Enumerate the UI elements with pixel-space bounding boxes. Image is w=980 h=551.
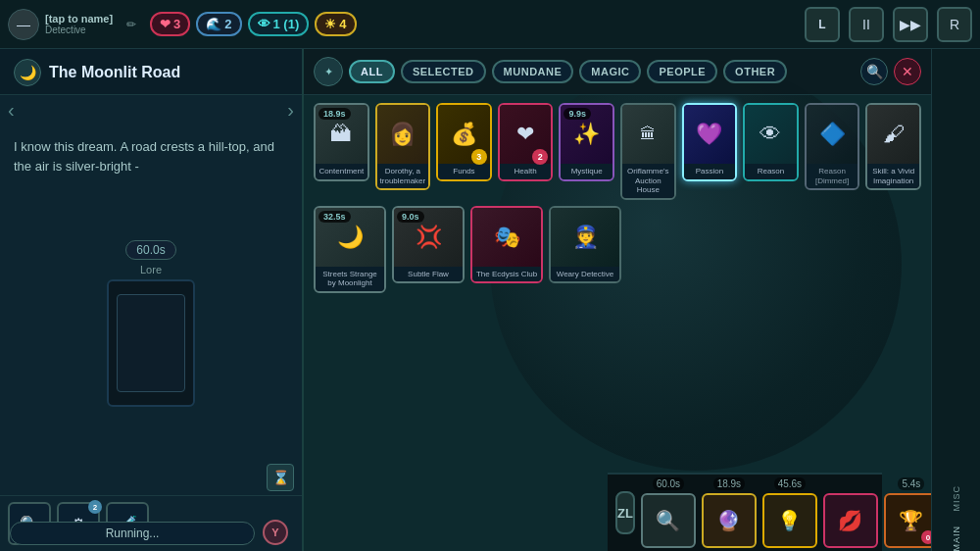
bottom-card-4-icon: 💋 <box>838 509 862 532</box>
stat-blue[interactable]: 🌊 2 <box>196 12 241 36</box>
reason-label: Reason <box>745 164 797 179</box>
lore-timer: 60.0s <box>125 240 175 260</box>
card-reason-dimmed[interactable]: 🔷 Reason [Dimmed] <box>805 103 860 190</box>
bottom-timer-2: 18.9s <box>713 477 745 490</box>
panel-next-arrow[interactable]: › <box>287 99 294 122</box>
lore-slot[interactable] <box>107 279 195 407</box>
bottom-timer-3: 45.6s <box>774 477 806 490</box>
funds-label: Funds <box>438 164 490 179</box>
blue-value: 2 <box>224 17 231 31</box>
main-label: MAIN <box>952 518 961 552</box>
card-contentment-art: 🏔 18.9s <box>316 105 368 164</box>
mystique-label: Mystique <box>561 164 612 179</box>
bottom-card-3[interactable]: 💡 <box>762 493 817 548</box>
misc-panel: MISC MAIN <box>931 49 980 551</box>
filter-magic[interactable]: MAGIC <box>579 60 641 83</box>
card-mystique[interactable]: ✨ 9.9s Mystique <box>559 103 614 181</box>
contentment-label: Contentment <box>316 164 368 179</box>
card-reason-dimmed-art: 🔷 <box>807 105 858 164</box>
streets-icon: 🌙 <box>337 225 364 250</box>
oriflamme-icon: 🏛 <box>640 125 656 143</box>
filter-selected[interactable]: SELECTED <box>401 60 486 83</box>
weary-icon: 👮 <box>572 225 599 250</box>
status-bar: Running... <box>10 522 255 545</box>
stat-yellow[interactable]: ☀ 4 <box>315 12 356 36</box>
filter-people[interactable]: PEOPLE <box>647 60 717 83</box>
funds-icon: 💰 <box>451 122 477 147</box>
bottom-card-2[interactable]: 🔮 <box>702 493 757 548</box>
card-oriflamme[interactable]: 🏛 Oriflamme's Auction House <box>620 103 676 200</box>
card-streets[interactable]: 🌙 32.5s Streets Strange by Moonlight <box>314 206 386 293</box>
zl-button[interactable]: ZL <box>615 491 635 534</box>
edit-icon[interactable]: ✏ <box>126 18 136 31</box>
menu-button[interactable]: — <box>8 9 39 40</box>
pause-button[interactable]: II <box>849 7 884 42</box>
story-text: I know this dream. A road crests a hill-… <box>14 139 274 174</box>
card-ecdysis-art: 🎭 <box>472 208 541 267</box>
panel-title-text: The Moonlit Road <box>49 64 180 81</box>
card-skill-vivid-art: 🖌 <box>867 105 919 164</box>
card-funds[interactable]: 💰 3 Funds <box>436 103 492 181</box>
stat-heart[interactable]: ❤ 3 <box>150 12 190 36</box>
dorothy-icon: 👩 <box>389 122 416 147</box>
left-panel: 🌙 The Moonlit Road ‹ › I know this dream… <box>0 49 304 551</box>
bottom-slot-4: - 💋 <box>823 477 878 548</box>
filter-all[interactable]: ALL <box>349 60 395 83</box>
player-role: Detective <box>45 25 113 35</box>
misc-label: MISC <box>952 477 961 512</box>
r-button[interactable]: R <box>937 7 972 42</box>
card-health-art: ❤ 2 <box>500 105 552 164</box>
gear-badge: 2 <box>88 500 102 514</box>
streets-timer: 32.5s <box>318 211 351 223</box>
card-weary[interactable]: 👮 Weary Detective <box>549 206 621 284</box>
filter-hub[interactable]: ✦ <box>314 57 343 86</box>
subtle-flaw-icon: 💢 <box>416 225 442 250</box>
contentment-timer: 18.9s <box>318 108 351 120</box>
cards-row-2: 🌙 32.5s Streets Strange by Moonlight 💢 9… <box>314 206 921 293</box>
scroll-icon[interactable]: ⌛ <box>267 464 294 491</box>
lore-label: Lore <box>140 264 162 276</box>
l-button[interactable]: L <box>805 7 840 42</box>
card-subtle-flaw[interactable]: 💢 9.0s Subtle Flaw <box>392 206 465 284</box>
card-contentment[interactable]: 🏔 18.9s Contentment <box>314 103 369 181</box>
panel-body-text: I know this dream. A road crests a hill-… <box>0 125 302 187</box>
weary-label: Weary Detective <box>551 267 619 282</box>
card-dorothy[interactable]: 👩 Dorothy, a troublemaker <box>375 103 431 190</box>
card-subtle-flaw-art: 💢 9.0s <box>394 208 463 267</box>
card-weary-art: 👮 <box>551 208 619 267</box>
panel-prev-arrow[interactable]: ‹ <box>8 99 15 122</box>
card-skill-vivid[interactable]: 🖌 Skill: a Vivid Imagination <box>865 103 921 190</box>
bottom-slot-1: 60.0s 🔍 <box>641 477 696 548</box>
card-reason-art: 👁 <box>745 105 797 164</box>
filter-other[interactable]: OTHER <box>723 60 787 83</box>
filter-mundane[interactable]: MUNDANE <box>492 60 574 83</box>
search-button[interactable]: 🔍 <box>860 58 888 85</box>
right-area: ✦ ALL SELECTED MUNDANE MAGIC PEOPLE OTHE… <box>304 49 931 551</box>
streets-label: Streets Strange by Moonlight <box>316 267 384 291</box>
card-ecdysis[interactable]: 🎭 The Ecdysis Club <box>470 206 543 284</box>
mystique-icon: ✨ <box>573 122 600 147</box>
skip-button[interactable]: ▶▶ <box>893 7 928 42</box>
skill-vivid-label: Skill: a Vivid Imagination <box>867 164 919 188</box>
bottom-timer-5: 5.4s <box>898 477 924 490</box>
bottom-bar: ZL 60.0s 🔍 18.9s 🔮 45.6s 💡 - 💋 <box>608 473 882 551</box>
player-name: [tap to name] <box>45 13 113 25</box>
close-button[interactable]: ✕ <box>894 58 921 85</box>
bottom-card-4[interactable]: 💋 <box>823 493 878 548</box>
filter-bar: ✦ ALL SELECTED MUNDANE MAGIC PEOPLE OTHE… <box>304 49 931 95</box>
y-button[interactable]: Y <box>263 520 288 545</box>
ecdysis-icon: 🎭 <box>494 225 520 250</box>
card-reason[interactable]: 👁 Reason <box>743 103 799 181</box>
card-health[interactable]: ❤ 2 Health <box>498 103 554 181</box>
bottom-card-1[interactable]: 🔍 <box>641 493 696 548</box>
panel-nav: ‹ › <box>0 95 302 125</box>
oriflamme-label: Oriflamme's Auction House <box>622 164 674 198</box>
contentment-icon: 🏔 <box>330 122 352 147</box>
stat-teal[interactable]: 👁 1 (1) <box>248 12 310 36</box>
subtle-flaw-label: Subtle Flaw <box>394 267 463 282</box>
passion-icon: 💜 <box>696 122 722 147</box>
card-passion[interactable]: 💜 Passion <box>682 103 738 181</box>
yellow-icon: ☀ <box>324 17 336 31</box>
heart-icon: ❤ <box>160 17 171 31</box>
subtle-flaw-timer: 9.0s <box>397 211 424 223</box>
